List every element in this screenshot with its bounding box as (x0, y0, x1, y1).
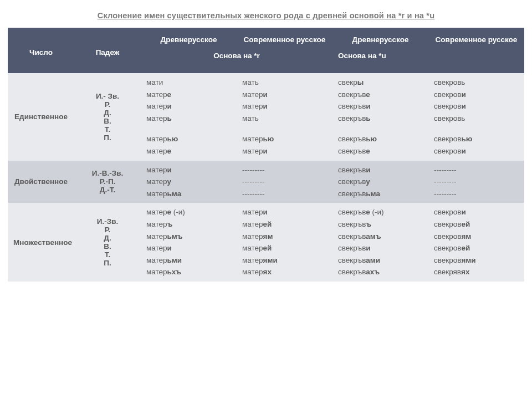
header-case: Падеж (74, 28, 141, 73)
header-old-r: Древнерусское (141, 28, 237, 48)
row-number-label: Единственное (8, 73, 74, 161)
table-header: Число Падеж Древнерусское Современное ру… (8, 28, 524, 73)
cell-old-r: матиматерематериматерьматерьюматере (141, 73, 237, 161)
table-row: Двойственное И.-В.-Зв.Р.-П.Д.-Т. материм… (8, 161, 524, 203)
subheader-basis-r: Основа на *r (141, 48, 332, 73)
cell-old-u: свекрысвекръвесвекръвисвекръвьсвекръвьюс… (332, 73, 428, 161)
row-number-label: Множественное (8, 203, 74, 282)
declension-table: Число Падеж Древнерусское Современное ру… (8, 28, 524, 282)
cell-modern-u: свекровьсвекровисвекровисвекровьсвекровь… (428, 73, 524, 161)
table-row: Множественное И.-Зв.Р.Д.В.Т.П. матере (-… (8, 203, 524, 282)
subheader-basis-u: Основа на *u (332, 48, 524, 73)
document-page: Склонение имен существительных женского … (0, 0, 532, 293)
row-cases: И.-В.-Зв.Р.-П.Д.-Т. (74, 161, 141, 203)
cell-old-u: свекръве (-и)свекръвъсвекръвамъсвекръвис… (332, 203, 428, 282)
cell-modern-u: свекровисвекровейсвекровямсвекровейсвекр… (428, 203, 524, 282)
header-old-u: Древнерусское (332, 28, 428, 48)
page-title: Склонение имен существительных женского … (8, 11, 524, 20)
cell-old-r: матере (-и) матеръматерьмъматери матерьм… (141, 203, 237, 282)
cell-modern-u: --------------------------- (428, 161, 524, 203)
row-cases: И.- Зв.Р.Д.В.Т.П. (74, 73, 141, 161)
header-modern-r: Современное русское (237, 28, 332, 48)
cell-modern-r: матери матерейматерямматерей матерямимат… (237, 203, 332, 282)
row-number-label: Двойственное (8, 161, 74, 203)
table-row: Единственное И.- Зв.Р.Д.В.Т.П. матиматер… (8, 73, 524, 161)
table-body: Единственное И.- Зв.Р.Д.В.Т.П. матиматер… (8, 73, 524, 282)
cell-modern-r: матьматериматериматьматерьюматери (237, 73, 332, 161)
header-number: Число (8, 28, 74, 73)
cell-old-r: материматеруматерьма (141, 161, 237, 203)
cell-old-u: свекръвисвекръвусвекръвьма (332, 161, 428, 203)
cell-modern-r: --------------------------- (237, 161, 332, 203)
row-cases: И.-Зв.Р.Д.В.Т.П. (74, 203, 141, 282)
header-modern-u: Современное русское (428, 28, 524, 48)
